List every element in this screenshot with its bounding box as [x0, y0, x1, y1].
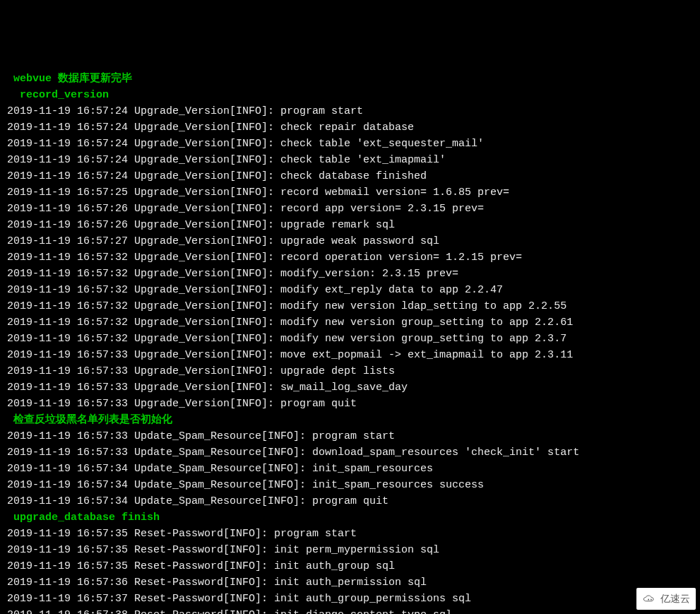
log-upgrade-8: 2019-11-19 16:57:27 Upgrade_Version[INFO… [7, 233, 693, 249]
watermark-badge: 亿速云 [636, 588, 696, 610]
log-upgrade-18: 2019-11-19 16:57:33 Upgrade_Version[INFO… [7, 396, 693, 412]
watermark-text: 亿速云 [660, 591, 690, 607]
log-upgrade-17: 2019-11-19 16:57:33 Upgrade_Version[INFO… [7, 379, 693, 396]
header-spam-check: 检查反垃圾黑名单列表是否初始化 [7, 412, 693, 428]
log-reset-5: 2019-11-19 16:57:38 Reset-Password[INFO]… [7, 607, 693, 614]
log-upgrade-2: 2019-11-19 16:57:24 Upgrade_Version[INFO… [7, 136, 693, 152]
header-record-version: record_version [7, 87, 693, 103]
log-upgrade-12: 2019-11-19 16:57:32 Upgrade_Version[INFO… [7, 298, 693, 314]
log-reset-1: 2019-11-19 16:57:35 Reset-Password[INFO]… [7, 542, 693, 558]
log-upgrade-10: 2019-11-19 16:57:32 Upgrade_Version[INFO… [7, 266, 693, 282]
log-upgrade-4: 2019-11-19 16:57:24 Upgrade_Version[INFO… [7, 168, 693, 184]
log-reset-3: 2019-11-19 16:57:36 Reset-Password[INFO]… [7, 574, 693, 591]
log-upgrade-7: 2019-11-19 16:57:26 Upgrade_Version[INFO… [7, 217, 693, 233]
log-upgrade-15: 2019-11-19 16:57:33 Upgrade_Version[INFO… [7, 347, 693, 363]
log-upgrade-13: 2019-11-19 16:57:32 Upgrade_Version[INFO… [7, 314, 693, 331]
log-reset-2: 2019-11-19 16:57:35 Reset-Password[INFO]… [7, 558, 693, 574]
log-reset-0: 2019-11-19 16:57:35 Reset-Password[INFO]… [7, 526, 693, 542]
log-reset-4: 2019-11-19 16:57:37 Reset-Password[INFO]… [7, 591, 693, 607]
log-spam-1: 2019-11-19 16:57:33 Update_Spam_Resource… [7, 444, 693, 461]
log-upgrade-6: 2019-11-19 16:57:26 Upgrade_Version[INFO… [7, 201, 693, 217]
log-upgrade-16: 2019-11-19 16:57:33 Upgrade_Version[INFO… [7, 363, 693, 379]
log-upgrade-11: 2019-11-19 16:57:32 Upgrade_Version[INFO… [7, 282, 693, 298]
log-spam-2: 2019-11-19 16:57:34 Update_Spam_Resource… [7, 461, 693, 477]
svg-point-1 [651, 598, 652, 600]
svg-point-0 [648, 598, 649, 600]
cloud-icon [642, 594, 658, 604]
log-upgrade-5: 2019-11-19 16:57:25 Upgrade_Version[INFO… [7, 184, 693, 201]
log-spam-0: 2019-11-19 16:57:33 Update_Spam_Resource… [7, 428, 693, 444]
log-upgrade-14: 2019-11-19 16:57:32 Upgrade_Version[INFO… [7, 331, 693, 347]
log-spam-4: 2019-11-19 16:57:34 Update_Spam_Resource… [7, 493, 693, 509]
log-upgrade-1: 2019-11-19 16:57:24 Upgrade_Version[INFO… [7, 119, 693, 136]
header-upgrade-finish: upgrade_database finish [7, 509, 693, 526]
terminal-output[interactable]: webvue 数据库更新完毕 record_version2019-11-19 … [7, 71, 693, 614]
log-upgrade-0: 2019-11-19 16:57:24 Upgrade_Version[INFO… [7, 103, 693, 119]
header-webvue: webvue 数据库更新完毕 [7, 71, 693, 87]
log-upgrade-9: 2019-11-19 16:57:32 Upgrade_Version[INFO… [7, 249, 693, 266]
log-spam-3: 2019-11-19 16:57:34 Update_Spam_Resource… [7, 477, 693, 493]
log-upgrade-3: 2019-11-19 16:57:24 Upgrade_Version[INFO… [7, 152, 693, 168]
